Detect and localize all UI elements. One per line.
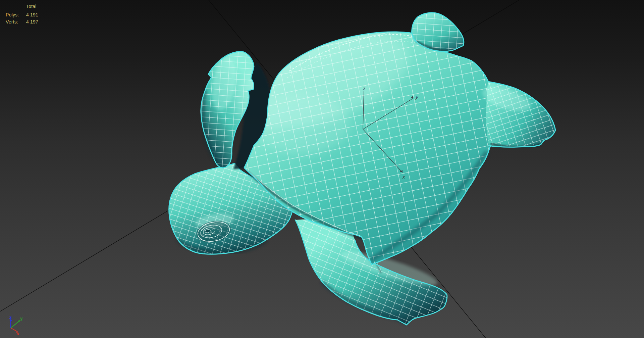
- stats-total-header: Total: [26, 3, 37, 10]
- world-axis-z-label: z: [9, 315, 12, 320]
- stats-verts-label: Verts:: [6, 18, 18, 25]
- stats-polys-value: 4 191: [26, 11, 38, 18]
- selected-object-turtle-mesh[interactable]: [169, 13, 555, 325]
- tripod-x-label: x: [402, 175, 405, 180]
- perspective-viewport[interactable]: z y x z y x Total Polys: 4 191 Verts: 4 …: [0, 0, 644, 338]
- stats-polys-label: Polys:: [6, 11, 19, 18]
- world-axis-x-label: x: [17, 332, 19, 336]
- world-axis-y-label: y: [20, 316, 23, 321]
- world-axis-gizmo: z y x: [9, 315, 23, 336]
- viewport-canvas[interactable]: z y x z y x: [0, 0, 644, 338]
- stats-verts-value: 4 197: [26, 18, 38, 25]
- turtle-front-right-flipper: [480, 82, 555, 147]
